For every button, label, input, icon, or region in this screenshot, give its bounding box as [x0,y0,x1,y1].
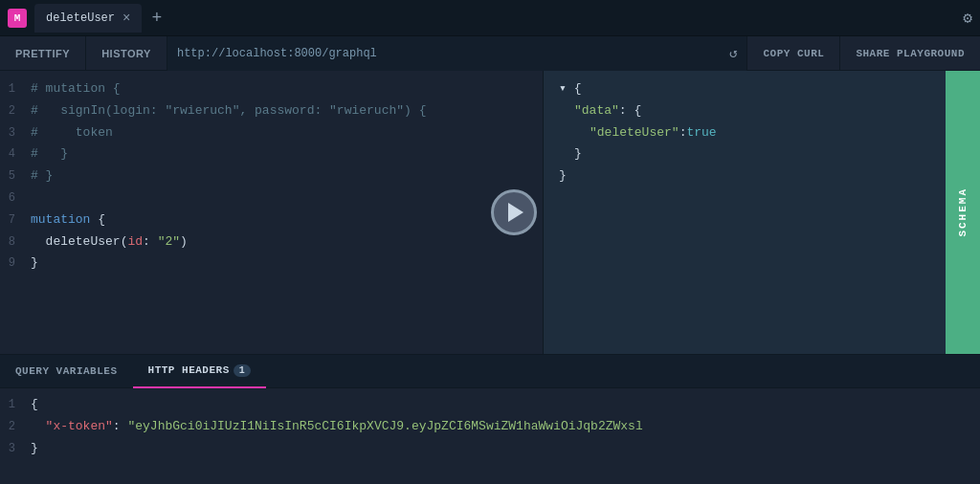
refresh-icon[interactable]: ↺ [729,45,737,61]
line-content [31,188,38,209]
tab-query-variables[interactable]: QUERY VARIABLES [0,354,133,388]
line-number: 4 [0,145,31,164]
code-line: 5 # } [0,165,543,187]
result-line: } [559,143,930,165]
code-line: 3 } [0,438,980,460]
line-content: { [31,395,38,415]
schema-label: SCHEMA [957,187,969,237]
line-content: # } [31,144,68,165]
code-line: 1 # mutation { [0,78,543,100]
result-line: ▾ { [559,78,930,100]
line-number: 1 [0,80,31,99]
result-content: ▾ { [559,79,581,99]
line-content: } [31,253,38,274]
tab-query-variables-label: QUERY VARIABLES [15,365,118,377]
copy-curl-button[interactable]: COPY CURL [747,36,840,71]
toolbar: PRETTIFY HISTORY http://localhost:8000/g… [0,36,980,71]
line-number: 7 [0,211,31,230]
line-number: 8 [0,233,31,252]
tab-add-button[interactable]: + [147,9,166,28]
code-line: 2 # signIn(login: "rwieruch", password: … [0,100,543,122]
line-number: 1 [0,396,31,414]
line-content: # signIn(login: "rwieruch", password: "r… [31,101,426,121]
schema-sidebar[interactable]: SCHEMA [946,71,980,354]
url-bar: http://localhost:8000/graphql ↺ [167,36,747,71]
tab-http-headers-label: HTTP HEADERS [148,364,230,376]
code-line: 7 mutation { [0,209,543,231]
editor-panel: 1 # mutation { 2 # signIn(login: "rwieru… [0,71,544,354]
main-area: 1 # mutation { 2 # signIn(login: "rwieru… [0,71,980,354]
code-line: 1 { [0,394,980,416]
line-content: "x-token": "eyJhbGci0iJIUzI1NiIsInR5cCI6… [31,417,643,437]
line-number: 5 [0,167,31,186]
code-line: 3 # token [0,122,543,144]
line-number: 2 [0,418,31,436]
code-line: 4 # } [0,143,543,165]
url-input[interactable]: http://localhost:8000/graphql [177,47,722,60]
result-content: "deleteUser" [590,123,679,143]
result-content: "data" [574,101,619,121]
tab-logo: M [8,9,27,28]
code-line: 8 deleteUser(id: "2") [0,231,543,253]
tab-close-button[interactable]: × [122,11,130,25]
result-line: "deleteUser": true [559,122,930,144]
line-content: # token [31,123,113,143]
tab-http-headers[interactable]: HTTP HEADERS 1 [133,354,267,388]
line-content: deleteUser(id: "2") [31,232,188,253]
settings-icon[interactable]: ⚙ [963,9,972,28]
history-button[interactable]: HISTORY [86,36,167,71]
line-content: } [31,439,38,459]
run-button[interactable] [491,189,537,235]
line-content: # mutation { [31,79,121,99]
http-headers-badge: 1 [234,364,252,377]
run-button-container [485,189,543,235]
bottom-editor[interactable]: 1 { 2 "x-token": "eyJhbGci0iJIUzI1NiIsIn… [0,388,980,484]
share-playground-button[interactable]: SHARE PLAYGROUND [840,36,980,71]
result-code: ▾ { "data": { "deleteUser": true } } [544,71,946,195]
line-number: 6 [0,189,31,208]
tab-bar: M deleteUser × + ⚙ [0,0,980,36]
result-line: "data": { [559,100,930,122]
line-content: # } [31,166,53,187]
code-line: 2 "x-token": "eyJhbGci0iJIUzI1NiIsInR5cC… [0,416,980,438]
bottom-panel: 1 { 2 "x-token": "eyJhbGci0iJIUzI1NiIsIn… [0,388,980,484]
result-panel: ▾ { "data": { "deleteUser": true } } [544,71,946,354]
line-number: 2 [0,102,31,121]
play-icon [508,203,523,222]
tab-title: deleteUser [46,11,115,25]
code-line: 9 } [0,253,543,275]
line-content: mutation { [31,210,105,231]
code-editor[interactable]: 1 # mutation { 2 # signIn(login: "rwieru… [0,71,543,354]
prettify-button[interactable]: PRETTIFY [0,36,86,71]
tab-item-deleteuser[interactable]: deleteUser × [34,4,142,33]
result-line: } [559,165,930,187]
line-number: 3 [0,440,31,458]
line-number: 3 [0,124,31,143]
line-number: 9 [0,254,31,273]
code-line: 6 [0,187,543,209]
result-content: } [559,166,567,187]
bottom-tab-bar: QUERY VARIABLES HTTP HEADERS 1 [0,354,980,388]
result-content: } [574,144,582,165]
